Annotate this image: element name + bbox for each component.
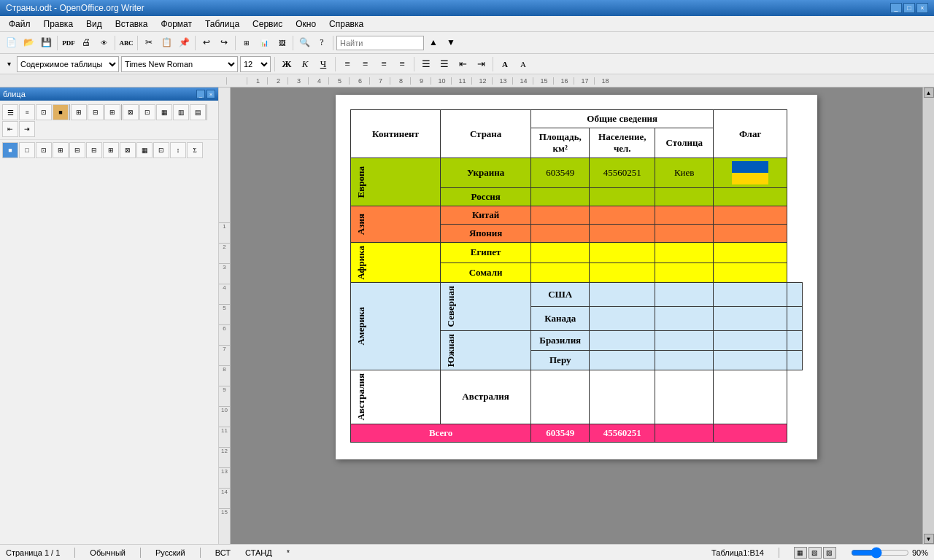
tbl-btn-4[interactable]: ■	[53, 104, 69, 120]
cell-somalia-pop[interactable]	[590, 262, 655, 283]
tbl-btn-7[interactable]: ⊞	[104, 104, 120, 120]
underline-button[interactable]: Ч	[315, 56, 331, 72]
cell-egypt-pop[interactable]	[590, 243, 655, 263]
cell-somalia[interactable]: Сомали	[441, 262, 531, 283]
chart-button[interactable]: 📊	[256, 35, 272, 51]
indent-inc-button[interactable]: ⇥	[473, 56, 489, 72]
cell-somalia-capital[interactable]	[655, 262, 714, 283]
indent-dec-button[interactable]: ⇤	[455, 56, 471, 72]
cell-china-area[interactable]	[531, 206, 590, 225]
minimize-button[interactable]: _	[890, 3, 902, 13]
bold-button[interactable]: Ж	[279, 56, 295, 72]
cell-somalia-area[interactable]	[531, 262, 590, 283]
cell-egypt[interactable]: Египет	[441, 243, 531, 263]
cell-usa-flag[interactable]	[787, 283, 803, 307]
align-left-button[interactable]: ≡	[339, 56, 355, 72]
cell-canada-flag[interactable]	[787, 307, 803, 331]
window-controls[interactable]: _ □ ×	[890, 3, 928, 13]
maximize-button[interactable]: □	[903, 3, 915, 13]
panel-close[interactable]: ×	[207, 90, 215, 98]
tbl-btn-19[interactable]: ⊟	[69, 142, 85, 158]
cell-peru-capital[interactable]	[714, 350, 787, 370]
cell-canada-capital[interactable]	[714, 307, 787, 331]
save-button[interactable]: 💾	[38, 35, 54, 51]
menu-edit[interactable]: Правка	[38, 18, 80, 31]
cell-russia[interactable]: Россия	[441, 188, 531, 206]
cell-australia-capital[interactable]	[655, 370, 714, 424]
panel-minimize[interactable]: _	[196, 90, 205, 98]
help-button[interactable]: ?	[314, 35, 330, 51]
cell-japan[interactable]: Япония	[441, 225, 531, 243]
italic-button[interactable]: К	[297, 56, 313, 72]
cell-australia-flag[interactable]	[714, 370, 787, 424]
cell-australia-pop[interactable]	[590, 370, 655, 424]
cell-ukraine-pop[interactable]: 45560251	[590, 158, 655, 188]
view-btn-2[interactable]: ▧	[808, 547, 822, 559]
open-button[interactable]: 📂	[20, 35, 36, 51]
view-btn-1[interactable]: ▦	[794, 547, 807, 559]
cell-peru-pop[interactable]	[655, 350, 714, 370]
scroll-down-btn[interactable]: ▼	[924, 534, 934, 544]
cell-russia-area[interactable]	[531, 188, 590, 206]
view-buttons[interactable]: ▦ ▧ ▨	[794, 547, 836, 559]
cell-peru-flag[interactable]	[787, 350, 803, 370]
cell-brazil-capital[interactable]	[714, 330, 787, 350]
cell-brazil-flag[interactable]	[787, 330, 803, 350]
numlist-button[interactable]: ☰	[436, 56, 452, 72]
menu-tools[interactable]: Сервис	[247, 18, 288, 31]
cell-somalia-flag[interactable]	[714, 262, 787, 283]
menu-table[interactable]: Таблица	[199, 18, 245, 31]
cell-usa-area[interactable]	[590, 283, 655, 307]
redo-button[interactable]: ↪	[216, 35, 232, 51]
size-combo[interactable]: 12	[240, 56, 271, 72]
cell-china-pop[interactable]	[590, 206, 655, 225]
close-button[interactable]: ×	[916, 3, 928, 13]
find-button[interactable]: 🔍	[296, 35, 312, 51]
zoom-slider[interactable]	[851, 548, 909, 557]
print-button[interactable]: 🖨	[78, 35, 94, 51]
cell-japan-area[interactable]	[531, 225, 590, 243]
cell-canada[interactable]: Канада	[531, 307, 590, 331]
view-btn-3[interactable]: ▨	[823, 547, 836, 559]
vertical-scrollbar[interactable]: ▲ ▼	[922, 88, 934, 544]
cell-ukraine-capital[interactable]: Киев	[655, 158, 714, 188]
new-button[interactable]: 📄	[3, 35, 19, 51]
tbl-btn-10[interactable]: ▦	[156, 104, 172, 120]
font-combo[interactable]: Times New Roman	[121, 56, 238, 72]
cell-ukraine-area[interactable]: 603549	[531, 158, 590, 188]
tbl-btn-16[interactable]: □	[19, 142, 35, 158]
menu-file[interactable]: Файл	[3, 18, 36, 31]
cell-japan-capital[interactable]	[655, 225, 714, 243]
cell-peru[interactable]: Перу	[531, 350, 590, 370]
pdf-button[interactable]: PDF	[61, 35, 77, 51]
scroll-up-btn[interactable]: ▲	[924, 88, 934, 98]
highlight-button[interactable]: A	[515, 56, 531, 72]
cell-peru-area[interactable]	[590, 350, 655, 370]
tbl-btn-3[interactable]: ⊡	[36, 104, 52, 120]
paste-button[interactable]: 📌	[176, 35, 192, 51]
align-justify-button[interactable]: ≡	[394, 56, 410, 72]
tbl-btn-2[interactable]: ≡	[19, 104, 35, 120]
tbl-btn-14[interactable]: ⇥	[19, 121, 35, 137]
cell-russia-pop[interactable]	[590, 188, 655, 206]
undo-button[interactable]: ↩	[198, 35, 215, 51]
cell-usa-capital[interactable]	[714, 283, 787, 307]
cell-usa[interactable]: США	[531, 283, 590, 307]
style-menu-btn[interactable]: ▾	[3, 56, 15, 72]
tbl-btn-25[interactable]: ↕	[170, 142, 186, 158]
cell-canada-pop[interactable]	[655, 307, 714, 331]
preview-button[interactable]: 👁	[96, 35, 112, 51]
align-right-button[interactable]: ≡	[376, 56, 392, 72]
spellcheck-button[interactable]: ABC	[118, 35, 134, 51]
tbl-btn-1[interactable]: ☰	[2, 104, 18, 120]
cell-australia-area[interactable]	[531, 370, 590, 424]
tbl-btn-12[interactable]: ▤	[190, 104, 206, 120]
cell-egypt-capital[interactable]	[655, 243, 714, 263]
tbl-btn-20[interactable]: ⊟	[86, 142, 102, 158]
search-input[interactable]	[336, 36, 424, 50]
image-button[interactable]: 🖼	[274, 35, 290, 51]
font-color-button[interactable]: A	[497, 56, 513, 72]
cell-china[interactable]: Китай	[441, 206, 531, 225]
menu-help[interactable]: Справка	[323, 18, 369, 31]
cell-china-flag[interactable]	[714, 206, 787, 225]
